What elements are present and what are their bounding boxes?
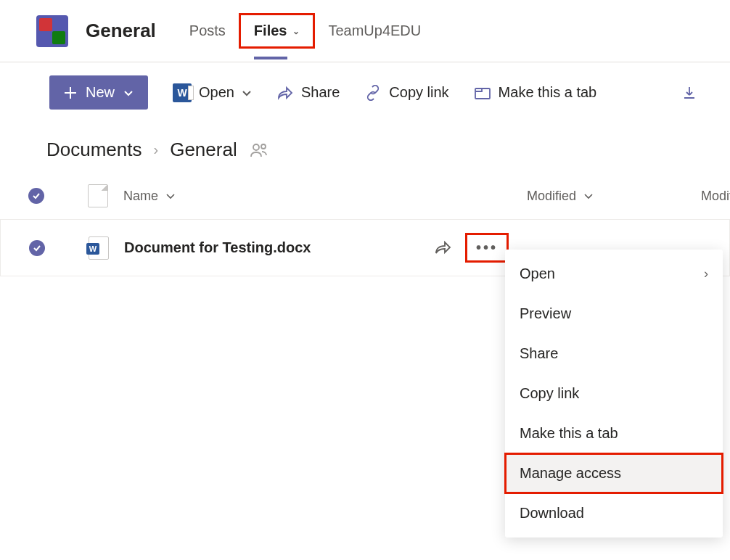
word-icon: W bbox=[173, 83, 192, 102]
ellipsis-icon: ••• bbox=[476, 239, 498, 255]
menu-copylink[interactable]: Copy link bbox=[505, 374, 723, 413]
open-button[interactable]: W Open bbox=[173, 83, 252, 102]
col-name[interactable]: Name bbox=[123, 189, 527, 204]
download-icon bbox=[682, 86, 697, 100]
open-label: Open bbox=[199, 84, 234, 101]
document-icon bbox=[88, 184, 108, 207]
chevron-down-icon bbox=[583, 191, 594, 201]
context-menu: Open › Preview Share Copy link Make this… bbox=[505, 250, 723, 538]
menu-label: Open bbox=[520, 265, 555, 282]
chevron-down-icon bbox=[123, 88, 134, 98]
file-toolbar: New W Open Share Copy link Make this a t… bbox=[0, 62, 730, 115]
tab-list: Posts Files ⌄ TeamUp4EDU bbox=[176, 13, 434, 49]
breadcrumb-root[interactable]: Documents bbox=[46, 139, 142, 161]
menu-manage-access[interactable]: Manage access bbox=[505, 453, 723, 493]
menu-label: Share bbox=[520, 345, 558, 362]
share-icon[interactable] bbox=[433, 239, 452, 258]
menu-label: Copy link bbox=[520, 385, 579, 402]
menu-download[interactable]: Download bbox=[505, 493, 723, 533]
copylink-label: Copy link bbox=[389, 84, 448, 101]
more-actions-button[interactable]: ••• bbox=[465, 233, 509, 263]
select-all[interactable] bbox=[0, 188, 73, 204]
menu-share[interactable]: Share bbox=[505, 334, 723, 374]
breadcrumb-current: General bbox=[170, 139, 237, 161]
col-type-icon bbox=[73, 184, 123, 207]
file-name: Document for Testing.docx bbox=[124, 239, 311, 256]
plus-icon bbox=[64, 86, 77, 99]
copylink-button[interactable]: Copy link bbox=[364, 84, 448, 101]
channel-header: General Posts Files ⌄ TeamUp4EDU bbox=[0, 0, 730, 62]
menu-label: Make this a tab bbox=[520, 425, 618, 442]
share-button[interactable]: Share bbox=[276, 84, 340, 101]
tab-label: Files bbox=[254, 22, 287, 39]
svg-rect-0 bbox=[475, 88, 490, 99]
tab-label: Posts bbox=[189, 22, 226, 39]
menu-label: Manage access bbox=[520, 465, 621, 482]
share-label: Share bbox=[301, 84, 340, 101]
col-name-label: Name bbox=[123, 189, 158, 204]
col-modifiedby[interactable]: Modified By bbox=[701, 189, 730, 204]
maketab-button[interactable]: Make this a tab bbox=[474, 84, 597, 101]
download-button[interactable] bbox=[682, 86, 697, 100]
svg-point-1 bbox=[253, 144, 259, 150]
chevron-down-icon bbox=[165, 191, 176, 201]
tab-label: TeamUp4EDU bbox=[328, 22, 421, 39]
people-icon bbox=[249, 141, 269, 159]
chevron-right-icon: › bbox=[704, 266, 708, 281]
file-name-cell[interactable]: Document for Testing.docx ••• bbox=[124, 233, 526, 263]
word-doc-icon bbox=[89, 236, 109, 260]
chevron-down-icon: ⌄ bbox=[292, 26, 300, 36]
col-modifiedby-label: Modified By bbox=[701, 189, 730, 203]
share-icon bbox=[276, 85, 294, 101]
svg-point-2 bbox=[261, 144, 266, 149]
maketab-label: Make this a tab bbox=[499, 84, 597, 101]
check-icon bbox=[29, 240, 45, 256]
tab-posts[interactable]: Posts bbox=[176, 15, 239, 46]
menu-open[interactable]: Open › bbox=[505, 254, 723, 294]
menu-label: Download bbox=[520, 505, 584, 522]
channel-name: General bbox=[86, 20, 156, 42]
tab-icon bbox=[474, 86, 491, 100]
file-type-icon bbox=[73, 236, 124, 260]
link-icon bbox=[364, 85, 382, 101]
new-label: New bbox=[86, 84, 115, 101]
tab-teamup4edu[interactable]: TeamUp4EDU bbox=[315, 15, 434, 46]
tab-files[interactable]: Files ⌄ bbox=[239, 13, 316, 49]
check-icon bbox=[28, 188, 44, 204]
breadcrumb: Documents › General bbox=[0, 115, 730, 177]
chevron-down-icon bbox=[242, 88, 252, 98]
col-modified-label: Modified bbox=[527, 189, 576, 204]
menu-label: Preview bbox=[520, 305, 571, 322]
menu-preview[interactable]: Preview bbox=[505, 294, 723, 334]
new-button[interactable]: New bbox=[49, 75, 148, 110]
team-icon bbox=[36, 15, 68, 47]
col-modified[interactable]: Modified bbox=[527, 189, 701, 204]
menu-maketab[interactable]: Make this a tab bbox=[505, 413, 723, 453]
chevron-right-icon: › bbox=[154, 141, 159, 158]
row-select[interactable] bbox=[1, 240, 73, 256]
column-headers: Name Modified Modified By bbox=[0, 177, 730, 219]
